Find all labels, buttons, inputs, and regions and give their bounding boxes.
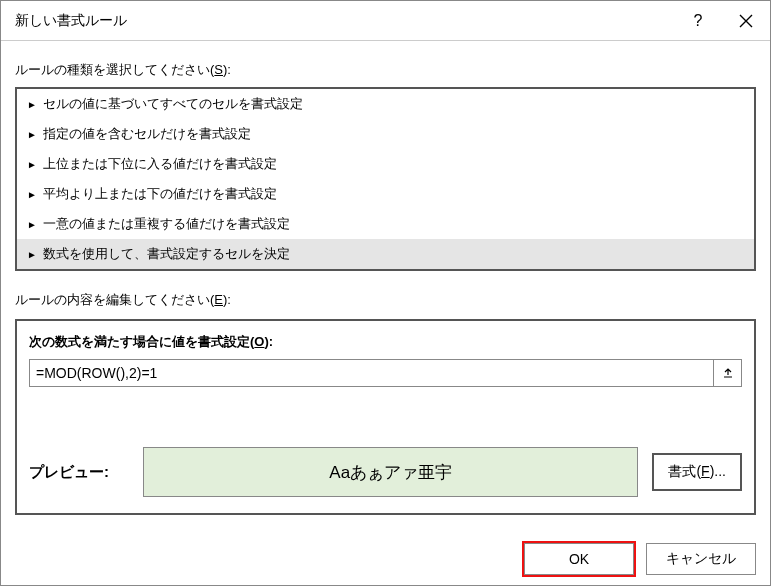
- content-area: ルールの種類を選択してください(S): ►セルの値に基づいてすべてのセルを書式設…: [1, 41, 770, 529]
- arrow-icon: ►: [27, 219, 37, 230]
- rule-type-listbox[interactable]: ►セルの値に基づいてすべてのセルを書式設定 ►指定の値を含むセルだけを書式設定 …: [15, 87, 756, 271]
- preview-box: Aaあぁアァ亜宇: [143, 447, 638, 497]
- dialog-title: 新しい書式ルール: [15, 12, 674, 30]
- formula-input[interactable]: [29, 359, 714, 387]
- preview-label: プレビュー:: [29, 463, 129, 482]
- rule-type-item[interactable]: ►セルの値に基づいてすべてのセルを書式設定: [17, 89, 754, 119]
- rule-type-item[interactable]: ►平均より上または下の値だけを書式設定: [17, 179, 754, 209]
- collapse-dialog-button[interactable]: [714, 359, 742, 387]
- rule-type-item[interactable]: ►一意の値または重複する値だけを書式設定: [17, 209, 754, 239]
- rule-type-item[interactable]: ►数式を使用して、書式設定するセルを決定: [17, 239, 754, 269]
- cancel-button[interactable]: キャンセル: [646, 543, 756, 575]
- rule-edit-label: ルールの内容を編集してください(E):: [15, 291, 756, 309]
- rule-type-item[interactable]: ►上位または下位に入る値だけを書式設定: [17, 149, 754, 179]
- arrow-icon: ►: [27, 189, 37, 200]
- arrow-icon: ►: [27, 129, 37, 140]
- arrow-icon: ►: [27, 249, 37, 260]
- rule-type-label: ルールの種類を選択してください(S):: [15, 61, 756, 79]
- close-icon: [739, 14, 753, 28]
- close-button[interactable]: [722, 1, 770, 41]
- preview-row: プレビュー: Aaあぁアァ亜宇 書式(F)...: [29, 447, 742, 497]
- dialog-footer: OK キャンセル: [1, 529, 770, 586]
- ok-button[interactable]: OK: [524, 543, 634, 575]
- rule-edit-panel: 次の数式を満たす場合に値を書式設定(O): プレビュー: Aaあぁアァ亜宇 書式…: [15, 319, 756, 515]
- formula-row: [29, 359, 742, 387]
- rule-type-item[interactable]: ►指定の値を含むセルだけを書式設定: [17, 119, 754, 149]
- arrow-icon: ►: [27, 159, 37, 170]
- format-button[interactable]: 書式(F)...: [652, 453, 742, 491]
- help-button[interactable]: ?: [674, 1, 722, 41]
- arrow-icon: ►: [27, 99, 37, 110]
- dialog-window: 新しい書式ルール ? ルールの種類を選択してください(S): ►セルの値に基づい…: [0, 0, 771, 586]
- titlebar: 新しい書式ルール ?: [1, 1, 770, 41]
- collapse-icon: [722, 367, 734, 379]
- formula-label: 次の数式を満たす場合に値を書式設定(O):: [29, 333, 742, 351]
